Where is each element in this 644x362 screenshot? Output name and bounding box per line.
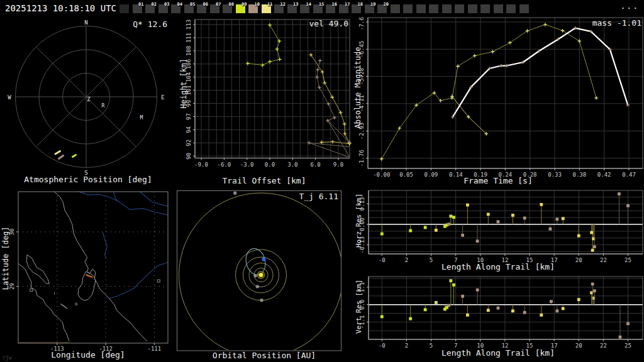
station-marker [157,280,160,282]
frame-thumb-08[interactable]: 08 [223,4,232,13]
vert-res-axis-label: Vert Res [km] [355,275,363,338]
longitude-axis-label: Longitude [deg] [0,350,176,359]
frame-thumb-x27[interactable] [468,4,477,13]
frame-thumb-12[interactable]: 12 [274,4,284,13]
frame-time-axis-label: Frame Time [s] [352,176,644,185]
frame-thumb-07[interactable]: 07 [210,4,219,13]
atmospheric-position-plot: NESWZRM [0,16,176,189]
frame-thumb-x26[interactable] [455,4,464,13]
timestamp: 20251213 10:18:10 UTC [5,3,116,13]
river [140,192,168,206]
map-body [18,192,168,343]
orbit-body [179,192,343,357]
frame-thumb-18[interactable]: 18 [352,4,361,13]
station-tan [447,283,630,339]
frame-thumb-x0[interactable] [119,4,129,13]
station-tan [447,192,630,248]
latitude-axis-label: Latitude [deg] [1,189,10,328]
frame-number: 02 [152,2,157,7]
frame-number: 13 [293,2,298,7]
frame-number: 11 [267,2,272,7]
frame-thumb-06[interactable]: 06 [197,4,206,13]
ground-track [86,275,92,277]
frame-number: 19 [370,2,375,7]
frame-number: 07 [216,2,221,7]
frame-thumb-14[interactable]: 14 [300,4,309,13]
frame-thumb-15[interactable]: 15 [313,4,323,13]
planet-dot [256,285,259,288]
trail-offset-plot: -9.0-6.0-3.00.03.06.09.09092949799101104… [176,16,352,189]
frame-strip: 0102030405060708091011121314151617181920 [117,1,545,16]
frame-number: 12 [280,2,286,7]
frame-thumb-x24[interactable] [429,4,438,13]
meteoroid-orbit [243,246,268,277]
planet-dot [233,192,236,195]
app-screen: 20251213 10:18:10 UTC 010203040506070809… [0,0,644,362]
frame-thumb-x25[interactable] [442,4,452,13]
tick-labels: -9.0-6.0-3.00.03.06.09.09092949799101104… [186,19,343,168]
frame-thumb-20[interactable]: 20 [377,4,387,13]
tick-labels: -0257101215172022250.130.00-0.13 [359,197,631,263]
frame-thumb-16[interactable]: 16 [326,4,335,13]
svg-text:-6.0: -6.0 [218,162,231,168]
svg-text:-3.0: -3.0 [240,162,254,168]
frame-thumb-09[interactable]: 09 [236,4,245,13]
frame-number: 16 [332,2,337,7]
svg-text:-9.0: -9.0 [194,162,208,168]
orbital-position-plot [176,189,352,362]
planet-dot [253,274,257,277]
frame-thumb-01[interactable]: 01 [133,4,142,13]
frame-thumb-x23[interactable] [416,4,426,13]
frame-number: 03 [164,2,169,7]
frame-thumb-x31[interactable] [519,4,529,13]
tisserand-value: T_j 6.11 [239,192,338,201]
frame-number: 01 [138,2,143,7]
frame-thumb-17[interactable]: 17 [339,4,348,13]
frame-number: 18 [358,2,363,7]
coastline [78,272,96,300]
plot-body [369,277,643,339]
svg-text:9.0: 9.0 [333,162,343,168]
frame-thumb-x21[interactable] [391,4,400,13]
frame-thumb-x29[interactable] [494,4,503,13]
svg-text:Z: Z [87,96,91,102]
lightcurve-plot: -0.000.050.090.140.190.240.280.330.380.4… [352,16,644,189]
frame-thumb-11[interactable]: 11 [262,4,271,13]
frame-number: 04 [177,2,182,7]
lightcurve-olive [380,23,598,160]
frame-number: 14 [306,2,311,7]
frame-thumb-04[interactable]: 04 [171,4,180,13]
tick-labels: -0.000.050.090.140.190.240.280.330.380.4… [358,16,636,178]
svg-text:0.0: 0.0 [265,162,275,168]
frame-thumb-x30[interactable] [506,4,516,13]
frame-number: 17 [345,2,350,7]
polar-grid [16,26,157,168]
length-trail-axis-label-2: Length Along Trail [km] [352,348,644,358]
frame-thumb-03[interactable]: 03 [158,4,168,13]
frame-thumb-10[interactable]: 10 [248,4,258,13]
frame-thumb-05[interactable]: 05 [184,4,194,13]
frame-thumb-x28[interactable] [480,4,490,13]
svg-text:W: W [8,94,11,101]
station-marker [30,289,33,292]
svg-text:R: R [102,103,105,109]
planet-dot [260,299,263,302]
frame-thumb-x22[interactable] [403,4,413,13]
frame-thumb-13[interactable]: 13 [287,4,297,13]
trail-offset-axis-label: Trail Offset [km] [176,176,352,185]
frame-thumb-19[interactable]: 19 [365,4,374,13]
meteor-streaks [55,151,76,159]
frame-number: 20 [384,2,389,7]
frame-number: 08 [229,2,234,7]
velocity-value: vel 49.0 [270,19,348,28]
earth-dot [262,258,265,261]
height-axis-label: Height [km] [179,21,188,146]
river [109,263,169,299]
frame-thumb-02[interactable]: 02 [145,4,155,13]
overflow-menu[interactable]: ... [616,1,639,11]
coastline [60,304,67,309]
watermark: rjw [3,355,11,361]
frame-number: 06 [203,2,208,7]
frame-number: 10 [255,2,260,7]
frame-number: 05 [190,2,195,7]
